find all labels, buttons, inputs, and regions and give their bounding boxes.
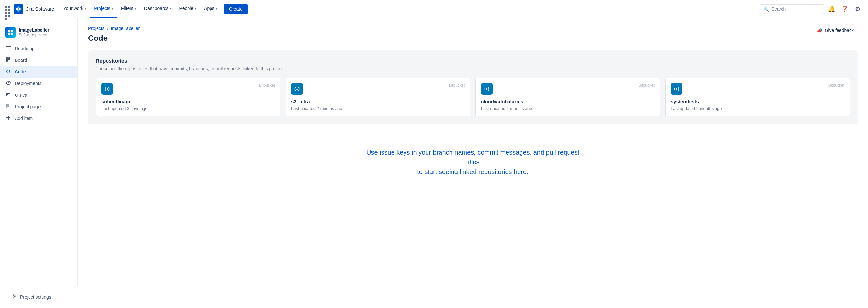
nav-people[interactable]: People ▾ xyxy=(176,0,200,18)
chevron-down-icon: ▾ xyxy=(195,7,196,10)
repo-updated: Last updated 2 months ago xyxy=(671,106,844,111)
repo-card-cloudwatchalarms[interactable]: Bitbucket cloudwatchalarms Last updated … xyxy=(475,78,660,116)
oncall-icon xyxy=(5,92,12,98)
chevron-down-icon: ▾ xyxy=(170,7,172,10)
pages-icon xyxy=(5,104,12,110)
main-navigation: Your work ▾ Projects ▾ Filters ▾ Dashboa… xyxy=(60,0,759,18)
svg-rect-0 xyxy=(8,30,10,32)
repo-icon xyxy=(481,83,493,95)
code-icon xyxy=(5,69,12,75)
repo-name: submitImage xyxy=(101,99,275,104)
repo-provider: Bitbucket xyxy=(639,83,655,88)
sidebar-navigation: Roadmap Board Code Deployments xyxy=(0,43,78,124)
svg-rect-3 xyxy=(11,33,13,35)
sidebar-project-type: Software project xyxy=(19,33,72,37)
topnav-right-area: 🔍 Search 🔔 ❓ ⚙ xyxy=(759,4,863,14)
repo-card-header: Bitbucket xyxy=(291,83,465,95)
create-button[interactable]: Create xyxy=(224,4,248,14)
sidebar-item-project-pages[interactable]: Project pages xyxy=(0,101,78,112)
chevron-down-icon: ▾ xyxy=(216,7,217,10)
deployments-icon xyxy=(5,80,12,87)
repo-name: s3_infra xyxy=(291,99,465,104)
app-menu-button[interactable]: Jira Software xyxy=(5,4,54,14)
chevron-down-icon: ▾ xyxy=(85,7,86,10)
search-placeholder: Search xyxy=(772,6,786,12)
repo-card-header: Bitbucket xyxy=(671,83,844,95)
bell-icon: 🔔 xyxy=(828,5,835,12)
top-navigation: Jira Software Your work ▾ Projects ▾ Fil… xyxy=(0,0,868,18)
sidebar-item-roadmap[interactable]: Roadmap xyxy=(0,43,78,54)
app-layout: ImageLabeller Software project Roadmap B… xyxy=(0,18,868,308)
sidebar-item-code[interactable]: Code xyxy=(0,66,78,78)
repositories-section: Repositories These are the repositories … xyxy=(88,50,858,124)
sidebar-project-name: ImageLabeller xyxy=(19,28,72,33)
search-box[interactable]: 🔍 Search xyxy=(759,4,824,14)
repo-cards-grid: Bitbucket submitImage Last updated 3 day… xyxy=(96,78,850,116)
add-icon xyxy=(5,115,12,122)
chevron-down-icon: ▾ xyxy=(135,7,136,10)
repo-card-systemtests[interactable]: Bitbucket systemtests Last updated 2 mon… xyxy=(665,78,850,116)
repo-icon xyxy=(101,83,113,95)
repo-name: cloudwatchalarms xyxy=(481,99,655,104)
nav-projects[interactable]: Projects ▾ xyxy=(90,0,117,18)
breadcrumb-separator: / xyxy=(107,26,108,31)
search-icon: 🔍 xyxy=(764,6,769,12)
breadcrumb: Projects / ImageLabeller xyxy=(88,26,140,31)
repo-card-submitimage[interactable]: Bitbucket submitImage Last updated 3 day… xyxy=(96,78,280,116)
repo-provider: Bitbucket xyxy=(259,83,275,88)
sidebar-bottom: Project settings xyxy=(0,286,78,308)
svg-rect-1 xyxy=(11,30,13,32)
repositories-title: Repositories xyxy=(96,58,850,64)
board-icon xyxy=(5,57,12,63)
page-header-left: Projects / ImageLabeller Code xyxy=(88,26,140,50)
repo-updated: Last updated 3 days ago xyxy=(101,106,275,111)
settings-icon xyxy=(10,294,17,300)
repo-icon xyxy=(291,83,303,95)
nav-apps[interactable]: Apps ▾ xyxy=(200,0,221,18)
sidebar-item-board[interactable]: Board xyxy=(0,54,78,66)
sidebar-item-deployments[interactable]: Deployments xyxy=(0,78,78,89)
megaphone-icon: 📣 xyxy=(817,28,822,33)
repo-provider: Bitbucket xyxy=(449,83,465,88)
help-button[interactable]: ❓ xyxy=(839,4,850,14)
settings-button[interactable]: ⚙ xyxy=(852,4,863,14)
notifications-button[interactable]: 🔔 xyxy=(827,4,837,14)
avatar xyxy=(5,27,16,37)
svg-rect-4 xyxy=(6,57,8,62)
chevron-down-icon: ▾ xyxy=(112,7,113,10)
repo-card-s3-infra[interactable]: Bitbucket s3_infra Last updated 2 months… xyxy=(286,78,470,116)
repo-updated: Last updated 2 months ago xyxy=(481,106,655,111)
give-feedback-button[interactable]: 📣 Give feedback xyxy=(813,26,858,35)
gear-icon: ⚙ xyxy=(855,5,860,12)
repo-updated: Last updated 2 months ago xyxy=(291,106,465,111)
sidebar: ImageLabeller Software project Roadmap B… xyxy=(0,18,78,308)
app-name-label: Jira Software xyxy=(26,6,54,12)
sidebar-item-add-item[interactable]: Add item xyxy=(0,112,78,124)
nav-your-work[interactable]: Your work ▾ xyxy=(60,0,90,18)
nav-filters[interactable]: Filters ▾ xyxy=(117,0,140,18)
repo-card-header: Bitbucket xyxy=(481,83,655,95)
sidebar-item-project-settings[interactable]: Project settings xyxy=(5,291,72,303)
nav-dashboards[interactable]: Dashboards ▾ xyxy=(140,0,176,18)
sidebar-project-info: ImageLabeller Software project xyxy=(19,28,72,37)
breadcrumb-projects[interactable]: Projects xyxy=(88,26,104,31)
main-content: Projects / ImageLabeller Code 📣 Give fee… xyxy=(78,18,868,308)
repo-icon xyxy=(671,83,682,95)
sidebar-project-header: ImageLabeller Software project xyxy=(0,25,78,43)
svg-rect-2 xyxy=(8,33,10,35)
svg-point-7 xyxy=(8,82,9,83)
page-title: Code xyxy=(88,34,140,43)
grid-icon xyxy=(5,6,11,12)
help-icon: ❓ xyxy=(841,5,848,12)
breadcrumb-imagelabeller[interactable]: ImageLabeller xyxy=(111,26,140,31)
repo-card-header: Bitbucket xyxy=(101,83,275,95)
sidebar-item-oncall[interactable]: On-call xyxy=(0,89,78,101)
repositories-description: These are the repositories that have com… xyxy=(96,66,850,71)
info-text: Use issue keys in your branch names, com… xyxy=(360,147,586,177)
roadmap-icon xyxy=(5,45,12,52)
repo-provider: Bitbucket xyxy=(829,83,844,88)
info-section: Use issue keys in your branch names, com… xyxy=(88,135,858,190)
page-header-row: Projects / ImageLabeller Code 📣 Give fee… xyxy=(88,26,858,50)
jira-logo-icon xyxy=(13,4,23,14)
repo-name: systemtests xyxy=(671,99,844,104)
